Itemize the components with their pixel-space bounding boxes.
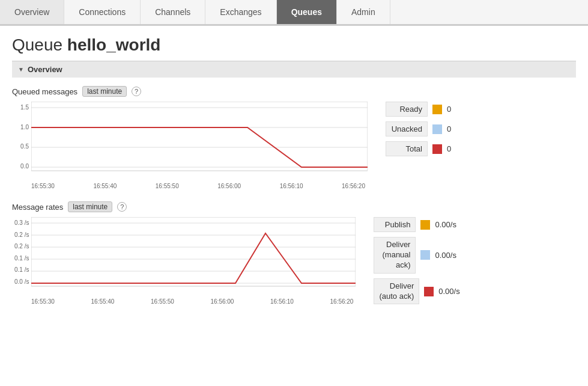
message-rates-section: Message rates last minute ? 0.3 /s 0.2 /… — [12, 201, 576, 305]
message-rates-help[interactable]: ? — [117, 202, 127, 212]
nav-queues[interactable]: Queues — [277, 0, 337, 24]
collapse-arrow[interactable]: ▼ — [18, 66, 24, 73]
legend-ready-color — [432, 105, 442, 114]
queued-messages-section: Queued messages last minute ? 1.5 1.0 0.… — [12, 86, 576, 189]
message-rates-y-axis: 0.3 /s 0.2 /s 0.2 /s 0.1 /s 0.1 /s 0.0 /… — [12, 217, 31, 297]
message-rates-chart: 0.3 /s 0.2 /s 0.2 /s 0.1 /s 0.1 /s 0.0 /… — [12, 217, 356, 305]
legend-unacked-label: Unacked — [386, 121, 428, 136]
page-title: Queue hello_world — [12, 35, 576, 55]
message-rates-badge[interactable]: last minute — [68, 201, 112, 212]
overview-section-header: ▼ Overview — [12, 61, 576, 78]
queued-messages-graph — [31, 102, 368, 180]
legend-publish-label: Publish — [374, 217, 416, 232]
legend-deliver-manual: Deliver(manualack) 0.00/s — [374, 237, 494, 274]
page-title-prefix: Queue — [12, 35, 62, 54]
legend-deliver-auto-value: 0.00/s — [438, 287, 459, 296]
queued-messages-chart: 1.5 1.0 0.5 0.0 — [12, 102, 368, 189]
nav-admin[interactable]: Admin — [337, 0, 390, 24]
legend-total-value: 0 — [447, 144, 451, 153]
legend-total-label: Total — [386, 141, 428, 156]
nav-channels[interactable]: Channels — [141, 0, 205, 24]
section-title: Overview — [28, 65, 62, 74]
svg-rect-11 — [31, 217, 356, 286]
nav-bar: Overview Connections Channels Exchanges … — [0, 0, 588, 26]
queued-messages-label-row: Queued messages last minute ? — [12, 86, 576, 97]
queued-messages-inner: 1.5 1.0 0.5 0.0 — [12, 102, 368, 182]
message-rates-svg — [31, 217, 356, 297]
legend-total-color — [432, 144, 442, 154]
page-content: Queue hello_world ▼ Overview Queued mess… — [0, 26, 588, 326]
legend-ready-value: 0 — [447, 105, 451, 114]
legend-deliver-auto-color — [424, 287, 434, 296]
legend-publish-value: 0.00/s — [435, 220, 456, 229]
message-rates-chart-area: 0.3 /s 0.2 /s 0.2 /s 0.1 /s 0.1 /s 0.0 /… — [12, 217, 576, 305]
legend-deliver-manual-label: Deliver(manualack) — [374, 237, 416, 274]
legend-unacked-value: 0 — [447, 124, 451, 133]
legend-unacked: Unacked 0 — [386, 121, 506, 136]
nav-overview[interactable]: Overview — [0, 0, 64, 24]
legend-publish: Publish 0.00/s — [374, 217, 494, 232]
queued-messages-legend: Ready 0 Unacked 0 Total 0 — [386, 102, 506, 156]
queued-messages-svg — [31, 102, 368, 182]
message-rates-inner: 0.3 /s 0.2 /s 0.2 /s 0.1 /s 0.1 /s 0.0 /… — [12, 217, 356, 297]
queued-messages-y-axis: 1.5 1.0 0.5 0.0 — [12, 102, 31, 182]
message-rates-label-row: Message rates last minute ? — [12, 201, 576, 212]
svg-rect-4 — [31, 102, 368, 171]
legend-ready-label: Ready — [386, 102, 428, 117]
nav-connections[interactable]: Connections — [64, 0, 141, 24]
legend-publish-color — [420, 220, 430, 230]
queued-messages-help[interactable]: ? — [132, 87, 141, 96]
legend-unacked-color — [432, 124, 442, 134]
queued-messages-badge[interactable]: last minute — [82, 86, 127, 97]
legend-total: Total 0 — [386, 141, 506, 156]
queued-messages-label: Queued messages — [12, 87, 77, 96]
nav-exchanges[interactable]: Exchanges — [205, 0, 276, 24]
queue-name: hello_world — [67, 35, 161, 54]
legend-deliver-manual-value: 0.00/s — [435, 251, 456, 260]
legend-ready: Ready 0 — [386, 102, 506, 117]
legend-deliver-auto: Deliver(auto ack) 0.00/s — [374, 278, 494, 305]
message-rates-graph — [31, 217, 356, 295]
queued-messages-x-axis: 16:55:30 16:55:40 16:55:50 16:56:00 16:5… — [31, 182, 368, 189]
message-rates-x-axis: 16:55:30 16:55:40 16:55:50 16:56:00 16:5… — [31, 297, 356, 305]
legend-deliver-auto-label: Deliver(auto ack) — [374, 278, 419, 305]
queued-messages-chart-area: 1.5 1.0 0.5 0.0 — [12, 102, 576, 189]
message-rates-legend: Publish 0.00/s Deliver(manualack) 0.00/s… — [374, 217, 494, 304]
legend-deliver-manual-color — [420, 250, 430, 260]
message-rates-label: Message rates — [12, 203, 63, 212]
